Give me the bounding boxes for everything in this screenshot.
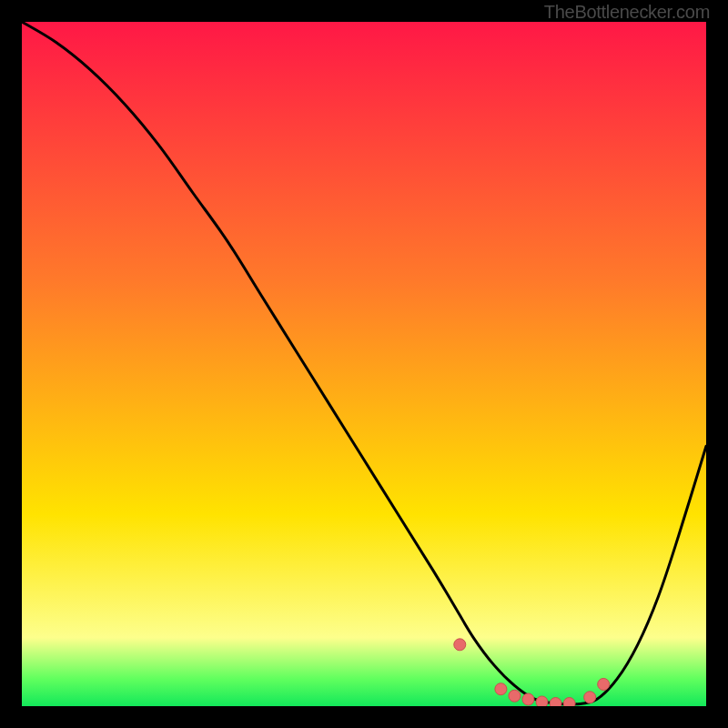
chart-frame: TheBottlenecker.com xyxy=(0,0,728,728)
watermark-label: TheBottlenecker.com xyxy=(544,2,710,23)
highlight-marker xyxy=(509,690,521,702)
plot-area xyxy=(22,22,706,706)
highlight-marker xyxy=(550,697,561,706)
highlight-marker xyxy=(522,693,534,705)
chart-background xyxy=(22,22,706,706)
highlight-marker xyxy=(495,683,507,695)
highlight-marker xyxy=(584,692,596,703)
highlight-marker xyxy=(598,678,610,690)
highlight-marker xyxy=(454,639,466,651)
chart-svg xyxy=(22,22,706,706)
highlight-marker xyxy=(563,697,575,706)
highlight-marker xyxy=(536,696,548,706)
